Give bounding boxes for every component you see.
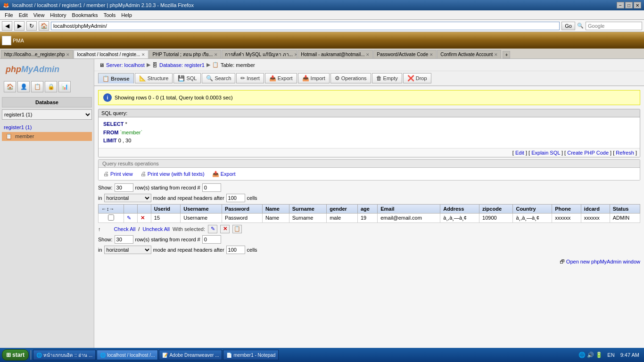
tab-6-close[interactable]: ✕ [494, 52, 498, 57]
sql-section: SQL query: SELECT * FROM `member` LIMIT … [98, 109, 640, 157]
tab-4[interactable]: Hotmail - aukramat@hotmail... ✕ [297, 50, 373, 58]
search-input[interactable] [586, 22, 642, 30]
tab-search[interactable]: 🔍 Search [202, 73, 235, 83]
th-phone: Phone [552, 204, 581, 213]
print-full-icon: 🖨 [140, 171, 146, 177]
mode-label: mode and repeat headers after [153, 195, 224, 201]
sidebar-home-btn[interactable]: 🏠 [4, 81, 16, 92]
bottom-cells-input[interactable] [226, 246, 245, 254]
sidebar-chart-btn[interactable]: 📊 [58, 81, 71, 92]
tab-sql[interactable]: 💾 SQL [173, 73, 201, 83]
db-link[interactable]: register1 (1) [2, 123, 92, 131]
menu-edit[interactable]: Edit [16, 11, 31, 19]
bottom-mode-select[interactable]: horizontal vertical [104, 246, 151, 254]
tab-6[interactable]: Confirm Activate Account ✕ [437, 50, 501, 58]
sidebar-db-btn[interactable]: 📋 [31, 81, 43, 92]
menu-history[interactable]: History [47, 11, 69, 19]
tab-1-close[interactable]: ✕ [141, 52, 145, 57]
bottom-record-input[interactable] [202, 235, 221, 244]
operations-content: 🖨 Print view 🖨 Print view (with full tex… [99, 168, 640, 180]
table-header-row: ←↕→ Userid Username Password Name Surnam… [99, 204, 640, 213]
sql-icon: 💾 [178, 75, 185, 82]
with-copy-btn[interactable]: 📋 [232, 225, 242, 233]
tab-5-close[interactable]: ✕ [429, 52, 433, 57]
tab-2-close[interactable]: ✕ [214, 52, 218, 57]
tab-2[interactable]: PHP Tutorial ; สอน php เรีย... ✕ [149, 50, 221, 58]
th-edit [124, 204, 137, 213]
tab-3-close[interactable]: ✕ [294, 52, 297, 57]
explain-sql-link[interactable]: Explain SQL [531, 150, 560, 156]
row-checkbox[interactable] [108, 214, 114, 221]
menu-bookmarks[interactable]: Bookmarks [69, 11, 101, 19]
show-input[interactable] [115, 183, 133, 192]
page-controls: Show: row(s) starting from record # in h… [98, 183, 640, 202]
new-window-link[interactable]: Open new phpMyAdmin window [566, 259, 640, 264]
refresh-link[interactable]: Refresh [616, 150, 634, 156]
home-button[interactable]: 🏠 [39, 21, 49, 31]
title-bar-left: 🦊 localhost / localhost / register1 / me… [3, 2, 194, 8]
sidebar-lock-btn[interactable]: 🔒 [45, 81, 57, 92]
menu-help[interactable]: Help [118, 11, 135, 19]
tab-structure[interactable]: 📐 Structure [135, 73, 173, 83]
tab-5[interactable]: Password/Activate Code ✕ [373, 50, 437, 58]
check-all-link[interactable]: Check All [114, 226, 136, 232]
tab-0[interactable]: http://localho...e_register.php ✕ [1, 50, 73, 58]
drop-label: Drop [416, 75, 427, 81]
tab-1[interactable]: localhost / localhost / registe... ✕ [74, 50, 149, 58]
menu-tools[interactable]: Tools [101, 11, 119, 19]
address-input[interactable] [51, 22, 560, 30]
cells-input[interactable] [226, 194, 245, 202]
tab-0-close[interactable]: ✕ [66, 52, 70, 57]
reload-button[interactable]: ↻ [26, 21, 37, 31]
tab-empty[interactable]: 🗑 Empty [372, 73, 402, 83]
browser-toolbar: PMA [0, 32, 644, 49]
tab-3[interactable]: การสั่งคำ MySQL แก้ปัญหา ภา... ✕ [222, 50, 297, 58]
th-email: Email [378, 204, 440, 213]
print-view-full-link[interactable]: 🖨 Print view (with full texts) [140, 171, 205, 177]
new-tab-button[interactable]: + [503, 51, 510, 58]
mode-select[interactable]: horizontal vertical [104, 194, 151, 202]
create-php-link[interactable]: Create PHP Code [567, 150, 609, 156]
menu-file[interactable]: File [2, 11, 16, 19]
table-link-icon: 📋 [6, 133, 12, 139]
edit-row-icon[interactable]: ✎ [127, 215, 131, 221]
maximize-button[interactable]: □ [625, 2, 633, 8]
server-link[interactable]: Server: localhost [106, 62, 145, 68]
edit-sql-link[interactable]: Edit [515, 150, 524, 156]
tab-operations[interactable]: ⚙ Operations [330, 73, 371, 83]
info-icon: i [103, 93, 112, 102]
tab-import[interactable]: 📥 Import [298, 73, 330, 83]
back-button[interactable]: ◀ [2, 21, 12, 31]
tab-0-label: http://localho...e_register.php [4, 52, 65, 57]
tab-insert[interactable]: ✏ Insert [236, 73, 264, 83]
in-label: in [98, 195, 102, 201]
tab-browse[interactable]: 📋 Browse [98, 73, 134, 83]
sidebar-user-btn[interactable]: 👤 [17, 81, 30, 92]
menu-view[interactable]: View [31, 11, 48, 19]
uncheck-all-link[interactable]: Uncheck All [142, 226, 169, 232]
with-delete-btn[interactable]: ✕ [220, 225, 230, 233]
table-link[interactable]: 📋 member [2, 132, 92, 141]
bottom-show-input[interactable] [115, 235, 133, 244]
database-select[interactable]: register1 (1) [2, 109, 92, 120]
record-input[interactable] [202, 183, 221, 192]
close-button[interactable]: ✕ [634, 2, 641, 8]
browser-content: phpMyAdmin 🏠 👤 📋 🔒 📊 Database register1 … [0, 59, 644, 348]
td-userid: 15 [151, 213, 181, 222]
database-link[interactable]: Database: register1 [159, 62, 205, 68]
tab-drop[interactable]: ❌ Drop [403, 73, 431, 83]
delete-row-icon[interactable]: ✕ [140, 215, 145, 221]
print-view-link[interactable]: 🖨 Print view [103, 171, 133, 177]
export-op-link[interactable]: 📤 Export [212, 171, 236, 177]
forward-button[interactable]: ▶ [14, 21, 25, 31]
with-edit-btn[interactable]: ✎ [208, 225, 217, 233]
tab-export[interactable]: 📤 Export [265, 73, 297, 83]
print-view-full-label: Print view (with full texts) [148, 171, 205, 177]
select-keyword: SELECT [103, 121, 124, 127]
go-button[interactable]: Go [561, 22, 575, 30]
tab-4-close[interactable]: ✕ [366, 52, 370, 57]
td-age: 19 [357, 213, 377, 222]
minimize-button[interactable]: − [617, 2, 624, 8]
database-label: Database [2, 97, 92, 107]
main-panel: 🖥 Server: localhost ▶ 🗄 Database: regist… [94, 59, 644, 348]
